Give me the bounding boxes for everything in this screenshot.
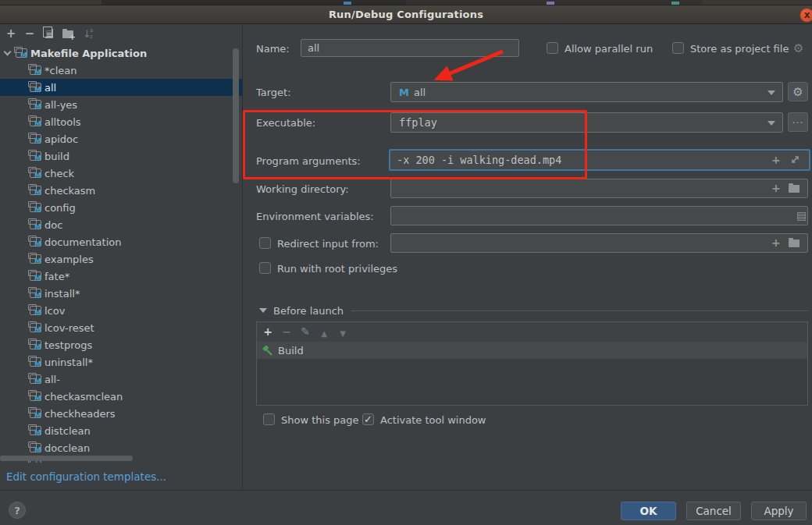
dialog-titlebar[interactable]: Run/Debug Configurations x xyxy=(0,5,812,24)
move-down-icon[interactable]: ▼ xyxy=(337,328,349,340)
browse-folder-icon[interactable] xyxy=(789,185,800,193)
tree-item[interactable]: Mconfig xyxy=(0,199,242,216)
insert-macro-plus-icon[interactable]: + xyxy=(771,237,781,248)
tree-vertical-scrollbar[interactable] xyxy=(233,48,239,183)
makefile-target-icon: M xyxy=(30,374,41,384)
ok-button[interactable]: OK xyxy=(621,502,676,520)
makefile-target-icon: M xyxy=(30,426,41,435)
allow-parallel-run-checkbox[interactable] xyxy=(547,42,558,54)
remove-task-icon[interactable]: − xyxy=(280,325,293,338)
target-settings-button[interactable]: ⚙ xyxy=(788,82,808,101)
edit-configuration-templates-link[interactable]: Edit configuration templates... xyxy=(6,470,166,483)
environment-variables-list-icon[interactable]: ▤ xyxy=(796,210,807,221)
tree-item[interactable]: Mcheckheaders xyxy=(0,405,242,422)
redirect-input-field[interactable] xyxy=(390,233,808,253)
tree-item[interactable]: Mlcov-reset xyxy=(0,319,242,336)
tree-item[interactable]: Mdocclean xyxy=(0,439,242,456)
tree-item[interactable]: M*clean xyxy=(0,62,242,79)
configuration-tree: M Makefile Application M*clean Mall Mall… xyxy=(0,44,242,463)
tree-item[interactable]: Mall-yes xyxy=(0,96,242,113)
dropdown-arrow-icon[interactable] xyxy=(767,90,775,95)
tree-item[interactable]: Mexamples xyxy=(0,250,242,268)
tree-item[interactable]: Mdoc xyxy=(0,216,242,233)
tree-item[interactable]: Mapidoc xyxy=(0,130,242,147)
tree-item[interactable]: Mbuild xyxy=(0,147,242,165)
before-launch-collapse-icon[interactable] xyxy=(259,308,267,313)
redirect-input-checkbox[interactable] xyxy=(259,237,271,249)
working-directory-label: Working directory: xyxy=(256,183,349,195)
makefile-target-icon: M xyxy=(30,254,41,264)
add-task-icon[interactable]: + xyxy=(262,325,274,338)
remove-configuration-icon[interactable]: − xyxy=(23,28,36,40)
tree-item[interactable]: Mcheck xyxy=(0,165,242,182)
name-label: Name: xyxy=(256,43,290,55)
makefile-target-icon: M xyxy=(30,271,41,281)
tree-item[interactable]: Mcheckasmclean xyxy=(0,388,242,405)
tree-item[interactable]: Mdocumentation xyxy=(0,233,242,250)
store-as-project-file-checkbox[interactable] xyxy=(672,42,684,54)
tree-item[interactable]: Mtestprogs xyxy=(0,336,242,353)
new-folder-icon[interactable] xyxy=(62,30,73,38)
background-pixel-decoration xyxy=(344,2,351,5)
target-value: all xyxy=(414,87,426,98)
run-debug-configurations-dialog: Run/Debug Configurations x + − M Makefil… xyxy=(0,0,812,525)
name-input[interactable] xyxy=(301,39,519,57)
activate-tool-window-label: Activate tool window xyxy=(380,414,486,426)
tree-item[interactable]: Malltools xyxy=(0,113,242,130)
move-up-icon[interactable]: ▲ xyxy=(318,328,330,340)
makefile-target-icon: M xyxy=(30,220,41,229)
target-combobox[interactable]: M all xyxy=(390,82,783,102)
makefile-target-icon: M xyxy=(30,443,41,452)
redirect-input-label: Redirect input from: xyxy=(277,238,379,250)
makefile-target-icon: M xyxy=(30,168,41,178)
tree-item[interactable]: Minstall* xyxy=(0,285,242,302)
apply-button[interactable]: Apply xyxy=(751,502,807,520)
makefile-target-icon: M xyxy=(30,409,41,418)
browse-folder-icon[interactable] xyxy=(789,239,800,247)
tree-item[interactable]: Mall- xyxy=(0,371,242,388)
tree-item[interactable]: Muninstall* xyxy=(0,353,242,371)
makefile-target-icon: M xyxy=(30,134,41,144)
target-label: Target: xyxy=(256,87,291,98)
makefile-target-icon: M xyxy=(30,203,41,212)
makefile-target-icon: M xyxy=(30,151,41,161)
help-button[interactable]: ? xyxy=(9,502,26,519)
insert-macro-plus-icon[interactable]: + xyxy=(771,183,781,193)
executable-browse-button[interactable]: ... xyxy=(788,112,808,132)
insert-macro-plus-icon[interactable]: + xyxy=(771,154,781,165)
before-launch-label: Before launch xyxy=(273,305,344,317)
expand-field-icon[interactable] xyxy=(790,154,800,165)
edit-task-pencil-icon[interactable]: ✎ xyxy=(299,325,312,338)
tree-item[interactable]: Mcheckasm xyxy=(0,182,242,199)
program-arguments-field[interactable]: -x 200 -i walking-dead.mp4 xyxy=(389,149,810,171)
makefile-target-icon: M xyxy=(399,87,409,98)
before-launch-panel: + − ✎ ▲ ▼ Build xyxy=(256,321,808,406)
executable-combobox[interactable]: ffplay xyxy=(390,112,783,133)
cancel-button[interactable]: Cancel xyxy=(686,502,741,520)
activate-tool-window-checkbox[interactable] xyxy=(362,413,374,425)
tree-horizontal-scrollbar[interactable] xyxy=(0,456,133,461)
add-configuration-icon[interactable]: + xyxy=(5,28,17,40)
environment-variables-field[interactable] xyxy=(390,206,808,225)
tree-item[interactable]: Mfate* xyxy=(0,268,242,285)
copy-configuration-icon[interactable] xyxy=(45,29,53,38)
makefile-target-icon: M xyxy=(30,323,41,332)
before-launch-task-build[interactable]: Build xyxy=(257,342,807,359)
tree-item-selected[interactable]: Mall xyxy=(0,79,242,96)
store-settings-gear-icon[interactable]: ⚙ xyxy=(793,41,803,55)
tree-item[interactable]: Mdistclean xyxy=(0,422,242,439)
sort-alphabetically-icon[interactable] xyxy=(83,28,95,41)
show-this-page-checkbox[interactable] xyxy=(263,413,275,425)
dropdown-arrow-icon[interactable] xyxy=(767,121,775,126)
tree-item[interactable]: Mlcov xyxy=(0,302,242,319)
chevron-down-icon[interactable] xyxy=(4,48,12,55)
footer-divider xyxy=(0,490,812,491)
run-with-root-privileges-checkbox[interactable] xyxy=(259,262,271,274)
help-icon: ? xyxy=(14,505,20,516)
close-button[interactable]: x xyxy=(800,8,812,23)
makefile-target-icon: M xyxy=(30,237,41,247)
tree-group-makefile-application[interactable]: M Makefile Application xyxy=(0,44,242,62)
before-launch-task-label: Build xyxy=(278,345,304,357)
working-directory-field[interactable] xyxy=(390,179,808,198)
program-arguments-label: Program arguments: xyxy=(256,155,361,167)
